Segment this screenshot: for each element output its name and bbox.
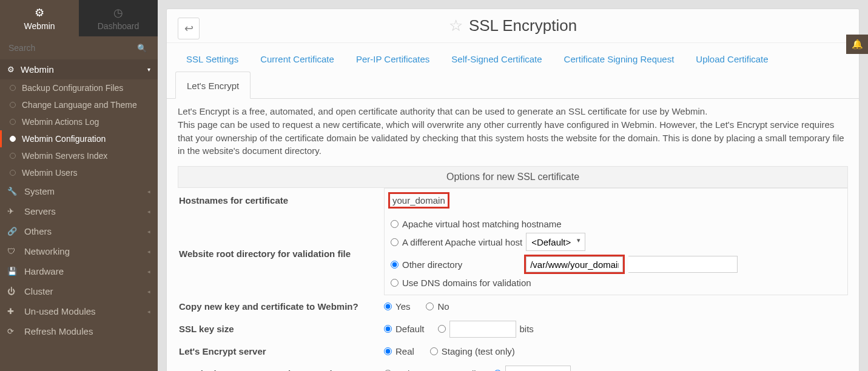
bullet-icon [10,153,16,159]
radio-server-real[interactable] [384,347,392,355]
input-renew-months[interactable] [505,366,571,372]
radio-keysize-default[interactable] [384,325,392,333]
radio-apache-diff[interactable] [391,238,399,246]
select-apache-vhost[interactable]: <Default> [526,233,585,251]
desc-line: Let's Encrypt is a free, automated, and … [178,105,848,118]
tab-current-cert[interactable]: Current Certificate [249,45,345,72]
tab-perip[interactable]: Per-IP Certificates [345,45,440,72]
nav-label: Dashboard [98,21,140,31]
radio-label: Only renew manually [395,369,480,371]
plane-icon: ✈ [7,207,18,216]
cat-label: Servers [24,206,56,216]
disk-icon: 💾 [7,267,18,276]
radio-label: Real [395,346,414,356]
link-icon: 🔗 [7,227,18,236]
cat-label: Others [24,226,52,236]
label-server: Let's Encrypt server [178,340,384,363]
power-icon: ⏻ [7,287,18,296]
cat-label: Cluster [24,286,53,296]
sidebar-item-label: Change Language and Theme [22,100,137,110]
sidebar-cat-system[interactable]: 🔧System◂ [0,181,158,201]
bullet-icon [10,85,16,91]
tab-letsencrypt[interactable]: Let's Encrypt [175,72,251,99]
input-keysize[interactable] [449,321,516,338]
bits-label: bits [520,324,534,334]
sidebar-item-label: Webmin Configuration [22,134,106,144]
sidebar-cat-cluster[interactable]: ⏻Cluster◂ [0,281,158,301]
arrow-left-icon: ↩ [184,22,193,35]
caret-left-icon: ◂ [147,209,150,215]
label-copy: Copy new key and certificate to Webmin? [178,295,384,318]
puzzle-icon: ✚ [7,307,18,316]
bullet-icon [10,102,16,108]
sidebar-item-configuration[interactable]: Webmin Configuration [0,130,158,147]
radio-dns[interactable] [391,279,399,287]
cat-label: System [24,186,55,196]
shield-icon: 🛡 [7,247,18,256]
radio-copy-yes[interactable] [384,302,392,310]
radio-keysize-custom[interactable] [438,325,446,333]
tab-upload[interactable]: Upload Certificate [685,45,779,72]
tab-csr[interactable]: Certificate Signing Request [553,45,685,72]
star-icon[interactable]: ☆ [449,16,463,35]
radio-server-staging[interactable] [430,347,438,355]
sidebar-cat-networking[interactable]: 🛡Networking◂ [0,241,158,261]
cat-label: Hardware [24,266,64,276]
panel: ↩ ☆ SSL Encryption SSL Settings Current … [166,8,860,371]
nav-label: Webmin [24,21,55,31]
section-label: Webmin [21,64,54,75]
form-area: Options for new SSL certificate Hostname… [178,166,848,371]
sidebar-item-users[interactable]: Webmin Users [0,164,158,181]
label-webroot: Website root directory for validation fi… [178,212,384,295]
tab-ssl-settings[interactable]: SSL Settings [175,45,249,72]
cat-label: Networking [24,246,70,256]
caret-left-icon: ◂ [147,309,150,315]
radio-label: No [437,301,449,312]
radio-label: Use DNS domains for validation [402,278,531,288]
label-keysize: SSL key size [178,318,384,340]
webmin-logo-icon: ⚙ [35,6,44,19]
highlight-box: your_domain [388,192,449,209]
caret-left-icon: ◂ [147,269,150,275]
bullet-icon [10,136,16,142]
sidebar-section-webmin[interactable]: ⚙ Webmin ▾ [0,59,158,79]
sidebar-item-label: Webmin Actions Log [22,117,99,127]
notifications-button[interactable]: 🔔 [846,35,868,54]
radio-label: Staging (test only) [442,346,515,356]
sidebar-cat-hardware[interactable]: 💾Hardware◂ [0,261,158,281]
nav-tab-dashboard[interactable]: ◷ Dashboard [79,0,158,36]
radio-apache-match[interactable] [391,220,399,228]
form-title: Options for new SSL certificate [178,166,848,188]
search-icon[interactable]: 🔍 [137,44,147,53]
caret-left-icon: ◂ [147,229,150,235]
sidebar-cat-servers[interactable]: ✈Servers◂ [0,201,158,221]
sidebar-item-backup[interactable]: Backup Configuration Files [0,79,158,96]
sidebar-item-actionslog[interactable]: Webmin Actions Log [0,113,158,130]
sidebar-item-label: Webmin Users [22,168,78,178]
dashboard-icon: ◷ [113,6,123,19]
sidebar-cat-unused[interactable]: ✚Un-used Modules◂ [0,301,158,321]
input-other-dir[interactable] [526,256,623,272]
radio-other-dir[interactable] [391,261,399,269]
sidebar-cat-refresh[interactable]: ⟳Refresh Modules [0,321,158,341]
sidebar-cat-others[interactable]: 🔗Others◂ [0,221,158,241]
radio-label: Default [395,324,425,334]
sidebar-item-serversindex[interactable]: Webmin Servers Index [0,147,158,164]
nav-tab-webmin[interactable]: ⚙ Webmin [0,0,79,36]
panel-head: ↩ ☆ SSL Encryption [167,9,859,43]
cat-label: Un-used Modules [24,306,96,316]
search-input[interactable] [8,43,149,53]
sidebar-item-language[interactable]: Change Language and Theme [0,96,158,113]
bullet-icon [10,119,16,125]
input-other-dir-ext[interactable] [628,256,738,273]
caret-left-icon: ◂ [147,189,150,195]
tab-selfsigned[interactable]: Self-Signed Certificate [440,45,553,72]
gear-icon: ⚙ [7,65,15,74]
cat-label: Refresh Modules [24,326,93,336]
sidebar-item-label: Backup Configuration Files [22,83,123,93]
bullet-icon [10,170,16,176]
radio-label: A different Apache virtual host [402,237,522,247]
desc-line: This page can be used to request a new c… [178,118,848,158]
back-button[interactable]: ↩ [178,18,200,39]
radio-copy-no[interactable] [426,302,434,310]
